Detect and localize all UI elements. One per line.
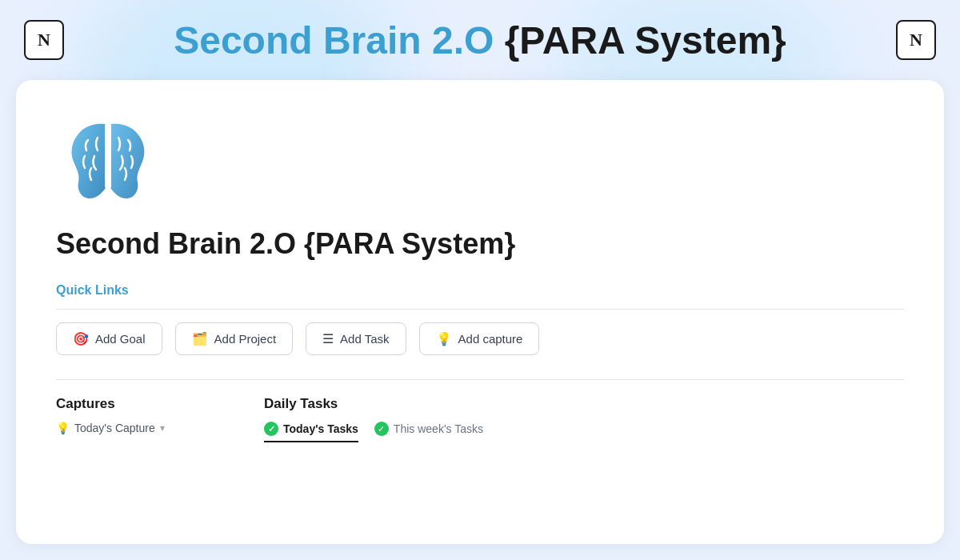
quick-links-row: 🎯 Add Goal 🗂️ Add Project ☰ Add Task 💡 A… xyxy=(56,322,904,355)
captures-chevron-icon: ▾ xyxy=(160,422,165,434)
page-title: Second Brain 2.O {PARA System} xyxy=(56,227,904,261)
notion-logo-left[interactable]: N xyxy=(24,20,64,60)
add-goal-label: Add Goal xyxy=(95,332,146,346)
captures-section: Captures 💡 Today's Capture ▾ xyxy=(56,396,216,442)
captures-item-icon: 💡 xyxy=(56,422,70,434)
capture-icon: 💡 xyxy=(436,331,452,346)
notion-icon-left[interactable]: N xyxy=(24,20,64,60)
svg-rect-0 xyxy=(105,123,111,189)
notion-logo-right[interactable]: N xyxy=(896,20,936,60)
add-task-label: Add Task xyxy=(340,332,389,346)
add-capture-button[interactable]: 💡 Add capture xyxy=(419,322,540,355)
header-title: Second Brain 2.O {PARA System} xyxy=(174,18,786,62)
add-goal-button[interactable]: 🎯 Add Goal xyxy=(56,322,162,355)
captures-item-label: Today's Capture xyxy=(74,422,155,434)
tab-this-weeks-tasks[interactable]: ✓ This week's Tasks xyxy=(374,422,483,442)
add-project-label: Add Project xyxy=(214,332,277,346)
quick-links-section: Quick Links 🎯 Add Goal 🗂️ Add Project ☰ … xyxy=(56,283,904,355)
header-title-black: {PARA System} xyxy=(505,19,786,62)
todays-tasks-label: Today's Tasks xyxy=(283,422,358,435)
main-card: Second Brain 2.O {PARA System} Quick Lin… xyxy=(16,80,944,544)
add-project-button[interactable]: 🗂️ Add Project xyxy=(175,322,294,355)
task-icon: ☰ xyxy=(322,331,334,346)
quick-links-label: Quick Links xyxy=(56,283,904,298)
tab-todays-tasks[interactable]: ✓ Today's Tasks xyxy=(264,422,358,442)
this-weeks-tasks-check-icon: ✓ xyxy=(374,422,389,436)
brain-icon-container xyxy=(56,104,904,211)
header: N Second Brain 2.O {PARA System} N xyxy=(0,0,960,80)
this-weeks-tasks-label: This week's Tasks xyxy=(394,422,483,435)
add-task-button[interactable]: ☰ Add Task xyxy=(306,322,406,355)
quick-links-divider xyxy=(56,309,904,310)
header-title-blue: Second Brain 2.O xyxy=(174,19,494,62)
brain-icon xyxy=(56,104,160,208)
captures-today-item[interactable]: 💡 Today's Capture ▾ xyxy=(56,422,216,434)
captures-header: Captures xyxy=(56,396,216,412)
daily-tasks-section: Daily Tasks ✓ Today's Tasks ✓ This week'… xyxy=(264,396,904,442)
todays-tasks-check-icon: ✓ xyxy=(264,422,278,436)
add-capture-label: Add capture xyxy=(458,332,523,346)
notion-icon-right[interactable]: N xyxy=(896,20,936,60)
daily-tasks-header: Daily Tasks xyxy=(264,396,904,412)
tasks-tabs: ✓ Today's Tasks ✓ This week's Tasks xyxy=(264,422,904,442)
project-icon: 🗂️ xyxy=(192,331,208,346)
goal-icon: 🎯 xyxy=(73,331,89,346)
bottom-sections: Captures 💡 Today's Capture ▾ Daily Tasks… xyxy=(56,379,904,442)
